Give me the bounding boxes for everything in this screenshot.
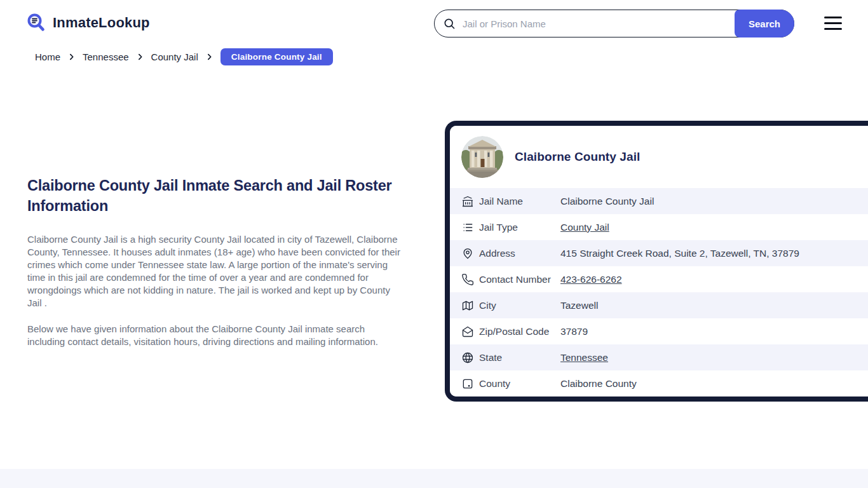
page: InmateLookup Search Home Tennessee Count… bbox=[0, 0, 868, 488]
facility-row: StateTennessee bbox=[450, 344, 868, 370]
county-icon bbox=[461, 377, 474, 390]
breadcrumb-home[interactable]: Home bbox=[35, 51, 60, 62]
facility-row: Zip/Postal Code37879 bbox=[450, 318, 868, 344]
article-paragraph: Below we have given information about th… bbox=[27, 323, 403, 348]
article-paragraph: Claiborne County Jail is a high security… bbox=[27, 233, 403, 309]
brand-logo[interactable]: InmateLookup bbox=[25, 12, 150, 34]
footer-strip bbox=[0, 469, 868, 488]
breadcrumb-state[interactable]: Tennessee bbox=[83, 51, 129, 62]
article: Claiborne County Jail Inmate Search and … bbox=[27, 175, 409, 348]
globe-icon bbox=[461, 351, 474, 364]
chevron-right-icon bbox=[67, 53, 76, 61]
facility-row-value: Tazewell bbox=[560, 300, 598, 311]
facility-row: CityTazewell bbox=[450, 292, 868, 318]
search-button[interactable]: Search bbox=[735, 10, 794, 37]
facility-row-value[interactable]: Tennessee bbox=[560, 352, 608, 363]
menu-icon[interactable] bbox=[824, 17, 842, 30]
facility-row: Address415 Straight Creek Road, Suite 2,… bbox=[450, 240, 868, 266]
facility-row: Contact Number423-626-6262 bbox=[450, 266, 868, 292]
chevron-right-icon bbox=[136, 53, 144, 61]
facility-title: Claiborne County Jail bbox=[515, 150, 640, 164]
page-title: Claiborne County Jail Inmate Search and … bbox=[27, 175, 409, 216]
search-bar: Search bbox=[434, 10, 794, 37]
facility-row-value: 415 Straight Creek Road, Suite 2, Tazewe… bbox=[560, 248, 799, 259]
map-icon bbox=[461, 299, 474, 312]
facility-row-value: Claiborne County bbox=[560, 378, 637, 390]
facility-card-header: Claiborne County Jail bbox=[450, 126, 868, 188]
facility-row-label: Contact Number bbox=[479, 274, 560, 285]
facility-row-value: Claiborne County Jail bbox=[560, 196, 654, 207]
facility-row: Jail TypeCounty Jail bbox=[450, 214, 868, 240]
facility-row-value[interactable]: 423-626-6262 bbox=[560, 274, 622, 285]
breadcrumb-jail-type[interactable]: County Jail bbox=[151, 51, 198, 62]
breadcrumb: Home Tennessee County Jail Claiborne Cou… bbox=[35, 48, 333, 65]
breadcrumb-current-badge: Claiborne County Jail bbox=[220, 48, 333, 65]
map-pin-icon bbox=[461, 247, 474, 260]
facility-row-label: Jail Type bbox=[479, 222, 560, 233]
facility-row: CountyClaiborne County bbox=[450, 370, 868, 396]
phone-icon bbox=[461, 273, 474, 286]
facility-row-label: City bbox=[479, 300, 560, 311]
list-icon bbox=[461, 221, 474, 234]
mail-icon bbox=[461, 325, 474, 338]
facility-row-value: 37879 bbox=[560, 326, 588, 337]
facility-row-label: Zip/Postal Code bbox=[479, 326, 560, 337]
facility-row: Jail NameClaiborne County Jail bbox=[450, 188, 868, 214]
facility-row-label: State bbox=[479, 352, 560, 363]
facility-row-value[interactable]: County Jail bbox=[560, 222, 609, 233]
facility-detail-rows: Jail NameClaiborne County JailJail TypeC… bbox=[450, 188, 868, 396]
chevron-right-icon bbox=[205, 53, 214, 61]
brand-name: InmateLookup bbox=[53, 15, 150, 31]
facility-photo bbox=[461, 136, 503, 178]
facility-row-label: County bbox=[479, 378, 560, 390]
facility-row-label: Jail Name bbox=[479, 196, 560, 207]
facility-row-label: Address bbox=[479, 248, 560, 259]
bank-icon bbox=[461, 195, 474, 208]
search-icon bbox=[443, 17, 456, 30]
magnifier-logo-icon bbox=[25, 12, 47, 34]
facility-card: Claiborne County Jail Jail NameClaiborne… bbox=[445, 121, 868, 402]
